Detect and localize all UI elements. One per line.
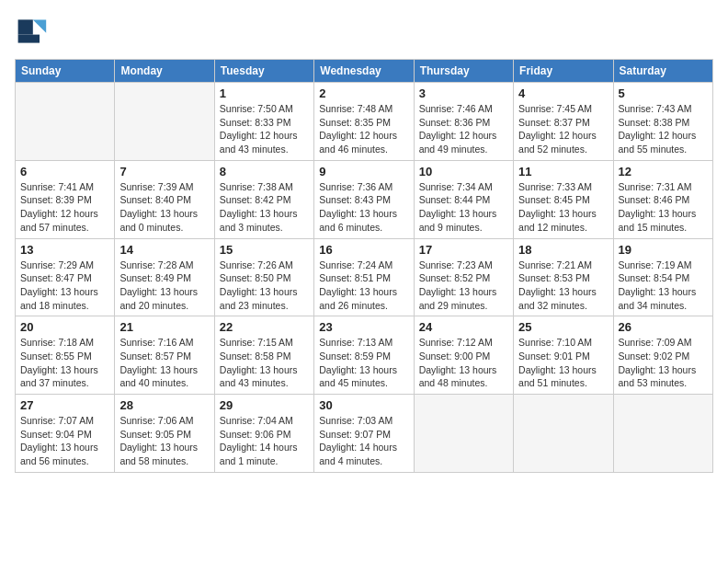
day-number: 26	[619, 320, 708, 334]
day-number: 20	[20, 320, 109, 334]
calendar-cell: 23Sunrise: 7:13 AM Sunset: 8:59 PM Dayli…	[314, 316, 414, 395]
calendar-cell	[115, 83, 214, 161]
weekday-header-monday: Monday	[115, 60, 214, 83]
day-info: Sunrise: 7:21 AM Sunset: 8:53 PM Dayligh…	[518, 259, 608, 313]
day-number: 9	[319, 165, 408, 178]
calendar-cell: 18Sunrise: 7:21 AM Sunset: 8:53 PM Dayli…	[514, 238, 613, 316]
day-number: 30	[319, 398, 408, 412]
weekday-header-row: SundayMondayTuesdayWednesdayThursdayFrid…	[16, 60, 713, 83]
svg-rect-1	[18, 19, 33, 34]
day-number: 8	[220, 165, 309, 178]
day-number: 7	[119, 165, 209, 178]
calendar-cell	[414, 395, 513, 473]
week-row-3: 13Sunrise: 7:29 AM Sunset: 8:47 PM Dayli…	[16, 238, 713, 316]
calendar-cell: 27Sunrise: 7:07 AM Sunset: 9:04 PM Dayli…	[16, 395, 115, 473]
day-info: Sunrise: 7:39 AM Sunset: 8:40 PM Dayligh…	[119, 180, 209, 235]
logo	[15, 15, 51, 48]
day-info: Sunrise: 7:38 AM Sunset: 8:42 PM Dayligh…	[220, 180, 309, 235]
calendar: SundayMondayTuesdayWednesdayThursdayFrid…	[15, 59, 713, 473]
day-number: 22	[220, 320, 309, 334]
calendar-cell: 8Sunrise: 7:38 AM Sunset: 8:42 PM Daylig…	[214, 160, 313, 238]
day-number: 10	[419, 165, 508, 178]
calendar-cell: 4Sunrise: 7:45 AM Sunset: 8:37 PM Daylig…	[514, 83, 613, 161]
calendar-cell: 19Sunrise: 7:19 AM Sunset: 8:54 PM Dayli…	[613, 238, 712, 316]
weekday-header-sunday: Sunday	[16, 60, 115, 83]
day-number: 11	[518, 165, 608, 178]
day-info: Sunrise: 7:06 AM Sunset: 9:05 PM Dayligh…	[119, 414, 209, 468]
calendar-cell: 6Sunrise: 7:41 AM Sunset: 8:39 PM Daylig…	[16, 160, 115, 238]
day-info: Sunrise: 7:19 AM Sunset: 8:54 PM Dayligh…	[619, 259, 708, 313]
weekday-header-thursday: Thursday	[414, 60, 513, 83]
weekday-header-friday: Friday	[514, 60, 613, 83]
day-number: 6	[20, 165, 109, 178]
day-info: Sunrise: 7:29 AM Sunset: 8:47 PM Dayligh…	[20, 259, 109, 313]
day-number: 16	[319, 243, 408, 257]
calendar-cell: 10Sunrise: 7:34 AM Sunset: 8:44 PM Dayli…	[414, 160, 513, 238]
day-info: Sunrise: 7:09 AM Sunset: 9:02 PM Dayligh…	[619, 336, 708, 390]
day-number: 27	[20, 398, 109, 412]
day-info: Sunrise: 7:41 AM Sunset: 8:39 PM Dayligh…	[20, 180, 109, 235]
day-info: Sunrise: 7:23 AM Sunset: 8:52 PM Dayligh…	[419, 259, 508, 313]
day-info: Sunrise: 7:33 AM Sunset: 8:45 PM Dayligh…	[518, 180, 608, 235]
day-number: 5	[619, 86, 708, 100]
calendar-cell: 13Sunrise: 7:29 AM Sunset: 8:47 PM Dayli…	[16, 238, 115, 316]
calendar-cell: 29Sunrise: 7:04 AM Sunset: 9:06 PM Dayli…	[214, 395, 313, 473]
svg-marker-0	[33, 19, 46, 32]
day-info: Sunrise: 7:13 AM Sunset: 8:59 PM Dayligh…	[319, 336, 408, 390]
weekday-header-wednesday: Wednesday	[314, 60, 414, 83]
day-info: Sunrise: 7:04 AM Sunset: 9:06 PM Dayligh…	[220, 414, 309, 468]
day-info: Sunrise: 7:48 AM Sunset: 8:35 PM Dayligh…	[319, 102, 408, 156]
week-row-5: 27Sunrise: 7:07 AM Sunset: 9:04 PM Dayli…	[16, 395, 713, 473]
day-info: Sunrise: 7:36 AM Sunset: 8:43 PM Dayligh…	[319, 180, 408, 235]
day-number: 13	[20, 243, 109, 257]
calendar-cell	[613, 395, 712, 473]
day-info: Sunrise: 7:26 AM Sunset: 8:50 PM Dayligh…	[220, 259, 309, 313]
calendar-cell: 22Sunrise: 7:15 AM Sunset: 8:58 PM Dayli…	[214, 316, 313, 395]
calendar-cell: 17Sunrise: 7:23 AM Sunset: 8:52 PM Dayli…	[414, 238, 513, 316]
day-info: Sunrise: 7:43 AM Sunset: 8:38 PM Dayligh…	[619, 102, 708, 156]
calendar-cell: 14Sunrise: 7:28 AM Sunset: 8:49 PM Dayli…	[115, 238, 214, 316]
calendar-cell: 21Sunrise: 7:16 AM Sunset: 8:57 PM Dayli…	[115, 316, 214, 395]
day-info: Sunrise: 7:18 AM Sunset: 8:55 PM Dayligh…	[20, 336, 109, 390]
logo-icon	[15, 15, 48, 48]
day-number: 18	[518, 243, 608, 257]
calendar-cell: 25Sunrise: 7:10 AM Sunset: 9:01 PM Dayli…	[514, 316, 613, 395]
calendar-cell: 24Sunrise: 7:12 AM Sunset: 9:00 PM Dayli…	[414, 316, 513, 395]
day-number: 12	[619, 165, 708, 178]
day-number: 2	[319, 86, 408, 100]
day-number: 25	[518, 320, 608, 334]
day-info: Sunrise: 7:28 AM Sunset: 8:49 PM Dayligh…	[119, 259, 209, 313]
day-number: 21	[119, 320, 209, 334]
day-info: Sunrise: 7:45 AM Sunset: 8:37 PM Dayligh…	[518, 102, 608, 156]
calendar-cell: 26Sunrise: 7:09 AM Sunset: 9:02 PM Dayli…	[613, 316, 712, 395]
day-info: Sunrise: 7:15 AM Sunset: 8:58 PM Dayligh…	[220, 336, 309, 390]
calendar-cell	[514, 395, 613, 473]
calendar-cell: 3Sunrise: 7:46 AM Sunset: 8:36 PM Daylig…	[414, 83, 513, 161]
calendar-cell: 5Sunrise: 7:43 AM Sunset: 8:38 PM Daylig…	[613, 83, 712, 161]
day-number: 1	[220, 86, 309, 100]
calendar-cell	[16, 83, 115, 161]
day-info: Sunrise: 7:12 AM Sunset: 9:00 PM Dayligh…	[419, 336, 508, 390]
day-number: 17	[419, 243, 508, 257]
day-number: 4	[518, 86, 608, 100]
day-number: 3	[419, 86, 508, 100]
day-info: Sunrise: 7:24 AM Sunset: 8:51 PM Dayligh…	[319, 259, 408, 313]
weekday-header-tuesday: Tuesday	[214, 60, 313, 83]
day-number: 29	[220, 398, 309, 412]
week-row-2: 6Sunrise: 7:41 AM Sunset: 8:39 PM Daylig…	[16, 160, 713, 238]
day-info: Sunrise: 7:10 AM Sunset: 9:01 PM Dayligh…	[518, 336, 608, 390]
day-number: 23	[319, 320, 408, 334]
day-number: 24	[419, 320, 508, 334]
calendar-cell: 11Sunrise: 7:33 AM Sunset: 8:45 PM Dayli…	[514, 160, 613, 238]
calendar-cell: 15Sunrise: 7:26 AM Sunset: 8:50 PM Dayli…	[214, 238, 313, 316]
day-number: 14	[119, 243, 209, 257]
calendar-cell: 16Sunrise: 7:24 AM Sunset: 8:51 PM Dayli…	[314, 238, 414, 316]
day-info: Sunrise: 7:46 AM Sunset: 8:36 PM Dayligh…	[419, 102, 508, 156]
day-info: Sunrise: 7:03 AM Sunset: 9:07 PM Dayligh…	[319, 414, 408, 468]
day-info: Sunrise: 7:16 AM Sunset: 8:57 PM Dayligh…	[119, 336, 209, 390]
calendar-cell: 28Sunrise: 7:06 AM Sunset: 9:05 PM Dayli…	[115, 395, 214, 473]
day-info: Sunrise: 7:07 AM Sunset: 9:04 PM Dayligh…	[20, 414, 109, 468]
calendar-cell: 1Sunrise: 7:50 AM Sunset: 8:33 PM Daylig…	[214, 83, 313, 161]
calendar-cell: 9Sunrise: 7:36 AM Sunset: 8:43 PM Daylig…	[314, 160, 414, 238]
weekday-header-saturday: Saturday	[613, 60, 712, 83]
